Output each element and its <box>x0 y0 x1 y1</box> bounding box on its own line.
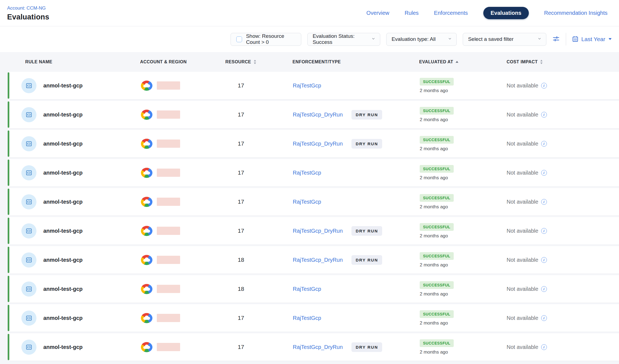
enforcement-link[interactable]: RajTestGcp_DryRun <box>293 344 351 350</box>
redacted-account-name <box>157 198 180 206</box>
date-range-value: Last Year <box>581 36 605 42</box>
info-icon[interactable]: i <box>541 83 547 89</box>
resource-count: 17 <box>223 198 259 205</box>
table-row[interactable]: anmol-test-gcp 17 RajTestGcp DRY RUN SUC… <box>8 159 619 186</box>
evaluation-status-dropdown[interactable]: Evaluation Status: Success <box>307 33 380 46</box>
table-row[interactable]: anmol-test-gcp 17 RajTestGcp DRY RUN SUC… <box>8 304 619 332</box>
enforcement-link[interactable]: RajTestGcp <box>293 170 356 176</box>
status-accent-bar <box>8 218 9 244</box>
tab-recommendation-insights[interactable]: Recommendation Insights <box>544 10 607 16</box>
redacted-account-name <box>157 285 180 293</box>
table-row[interactable]: anmol-test-gcp 17 RajTestGcp_DryRun DRY … <box>8 217 619 244</box>
top-navigation: Overview Rules Enforcements Evaluations … <box>367 7 607 19</box>
filter-settings-button[interactable] <box>552 35 560 43</box>
table-row[interactable]: anmol-test-gcp 17 RajTestGcp DRY RUN SUC… <box>8 72 619 99</box>
enforcement-link[interactable]: RajTestGcp <box>293 286 356 292</box>
status-accent-bar <box>8 130 9 157</box>
evaluated-time: 2 months ago <box>420 175 448 181</box>
enforcement-link[interactable]: RajTestGcp_DryRun <box>293 228 351 234</box>
enforcement-link[interactable]: RajTestGcp_DryRun <box>293 257 351 263</box>
rule-name: anmol-test-gcp <box>43 170 83 176</box>
column-cost-impact: COST IMPACT <box>473 59 619 64</box>
enforcement-link[interactable]: RajTestGcp <box>293 315 356 321</box>
resource-count: 18 <box>223 257 259 263</box>
calendar-icon <box>572 36 578 43</box>
table-header: RULE NAME ACCOUNT & REGION RESOURCE ENFO… <box>8 52 619 72</box>
column-enforcement-type: ENFORCEMENT/TYPE <box>259 59 382 64</box>
evaluated-time: 2 months ago <box>420 291 448 297</box>
rule-icon <box>21 252 36 268</box>
info-icon[interactable]: i <box>541 228 547 234</box>
cost-impact-value: Not available <box>507 315 538 321</box>
table-row[interactable]: anmol-test-gcp 18 RajTestGcp DRY RUN SUC… <box>8 275 619 303</box>
status-accent-bar <box>8 160 9 186</box>
table-row[interactable]: anmol-test-gcp 17 RajTestGcp_DryRun DRY … <box>8 130 619 157</box>
evaluation-type-dropdown[interactable]: Evaluation type: All <box>386 33 457 46</box>
rule-name: anmol-test-gcp <box>43 83 83 89</box>
rule-icon <box>21 78 36 93</box>
enforcement-link[interactable]: RajTestGcp <box>293 83 356 89</box>
evaluated-time: 2 months ago <box>420 320 448 326</box>
evaluated-time: 2 months ago <box>420 146 448 152</box>
enforcement-link[interactable]: RajTestGcp_DryRun <box>293 112 351 118</box>
redacted-account-name <box>157 314 180 322</box>
status-accent-bar <box>8 189 9 215</box>
tab-rules[interactable]: Rules <box>405 10 419 16</box>
sort-asc-icon[interactable] <box>455 61 459 63</box>
saved-filter-value: Select a saved filter <box>468 36 513 42</box>
tab-evaluations[interactable]: Evaluations <box>483 7 529 19</box>
status-badge: SUCCESSFUL <box>420 165 454 173</box>
tab-overview[interactable]: Overview <box>367 10 389 16</box>
table-row[interactable]: anmol-test-gcp 17 RajTestGcp_DryRun DRY … <box>8 333 619 361</box>
cost-impact-value: Not available <box>507 83 538 89</box>
dry-run-badge: DRY RUN <box>351 139 382 149</box>
dry-run-badge: DRY RUN <box>351 255 382 265</box>
column-evaluated-at: EVALUATED AT <box>382 59 473 64</box>
evaluated-time: 2 months ago <box>420 262 448 268</box>
resource-count: 18 <box>223 286 259 292</box>
gcp-cloud-icon <box>141 284 152 294</box>
date-range-picker[interactable]: Last Year <box>572 36 612 43</box>
table-row[interactable]: anmol-test-gcp 18 RajTestGcp_DryRun DRY … <box>8 246 619 274</box>
resource-count: 17 <box>223 111 259 118</box>
saved-filter-dropdown[interactable]: Select a saved filter <box>463 33 546 46</box>
info-icon[interactable]: i <box>541 170 547 176</box>
info-icon[interactable]: i <box>541 199 547 205</box>
info-icon[interactable]: i <box>541 257 547 263</box>
rule-icon <box>21 194 36 209</box>
redacted-account-name <box>157 343 180 351</box>
status-badge: SUCCESSFUL <box>420 339 454 347</box>
gcp-cloud-icon <box>141 342 152 352</box>
enforcement-link[interactable]: RajTestGcp <box>293 199 356 205</box>
table-row[interactable]: anmol-test-gcp 17 RajTestGcp_DryRun DRY … <box>8 101 619 128</box>
gcp-cloud-icon <box>141 81 152 91</box>
status-badge: SUCCESSFUL <box>420 310 454 318</box>
gcp-cloud-icon <box>141 313 152 323</box>
tab-enforcements[interactable]: Enforcements <box>434 10 468 16</box>
info-icon[interactable]: i <box>541 141 547 147</box>
redacted-account-name <box>157 140 180 148</box>
gcp-cloud-icon <box>141 110 152 120</box>
status-badge: SUCCESSFUL <box>420 78 454 86</box>
status-badge: SUCCESSFUL <box>420 107 454 115</box>
redacted-account-name <box>157 169 180 177</box>
status-badge: SUCCESSFUL <box>420 194 454 202</box>
info-icon[interactable]: i <box>541 286 547 292</box>
evaluated-time: 2 months ago <box>420 204 448 210</box>
column-account-region: ACCOUNT & REGION <box>124 59 223 64</box>
gcp-cloud-icon <box>141 226 152 236</box>
sort-icon[interactable] <box>253 59 257 64</box>
table-row[interactable]: anmol-test-gcp 17 RajTestGcp DRY RUN SUC… <box>8 188 619 215</box>
rule-icon <box>21 136 36 151</box>
enforcement-link[interactable]: RajTestGcp_DryRun <box>293 141 351 147</box>
info-icon[interactable]: i <box>541 315 547 321</box>
resource-count-filter[interactable]: Show: Resource Count > 0 <box>231 33 301 46</box>
filter-bar: Show: Resource Count > 0 Evaluation Stat… <box>0 26 619 52</box>
sort-icon[interactable] <box>540 59 543 64</box>
status-accent-bar <box>8 247 9 273</box>
info-icon[interactable]: i <box>541 344 547 350</box>
account-breadcrumb[interactable]: Account: CCM-NG <box>7 5 49 11</box>
info-icon[interactable]: i <box>541 112 547 118</box>
resource-count-checkbox[interactable] <box>236 36 242 42</box>
status-badge: SUCCESSFUL <box>420 252 454 260</box>
